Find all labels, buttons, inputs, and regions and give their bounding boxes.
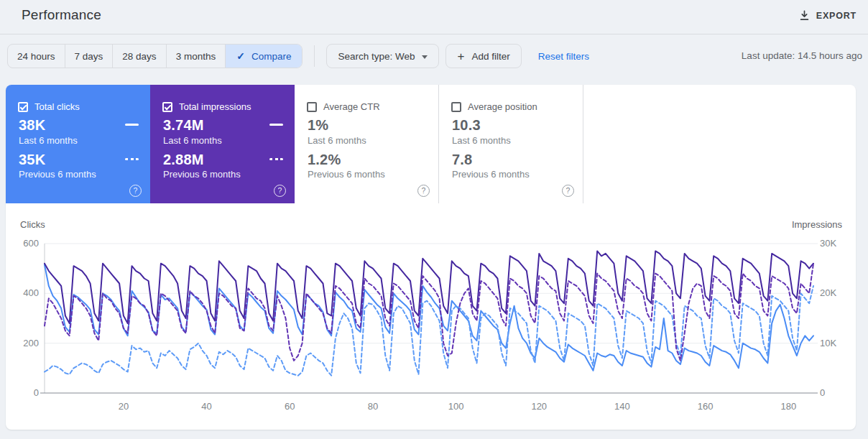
- clicks-current-value: 38K: [19, 117, 45, 134]
- checkbox-icon[interactable]: [307, 102, 317, 112]
- x-tick-label: 120: [531, 401, 547, 412]
- clicks-current-caption: Last 6 months: [19, 135, 78, 146]
- chart-plot-area[interactable]: [45, 244, 813, 393]
- total-clicks-checkbox-row[interactable]: Total clicks: [18, 101, 80, 112]
- checkbox-icon[interactable]: [18, 102, 28, 112]
- check-icon: ✓: [236, 50, 245, 62]
- reset-filters-link[interactable]: Reset filters: [538, 51, 589, 62]
- card-label: Average CTR: [323, 101, 380, 112]
- range-button-28-days[interactable]: 28 days: [112, 45, 165, 68]
- export-label: EXPORT: [816, 11, 857, 21]
- y-tick-label-right: 20K: [820, 287, 836, 298]
- impressions-current-value: 3.74M: [163, 117, 204, 134]
- performance-chart[interactable]: Clicks Impressions 60030K40020K20010K00 …: [6, 203, 856, 430]
- x-tick-label: 60: [285, 401, 295, 412]
- card-label: Total clicks: [34, 101, 80, 112]
- plus-icon: +: [457, 50, 464, 63]
- ctr-current-caption: Last 6 months: [308, 135, 366, 146]
- question-circle-icon[interactable]: ?: [417, 185, 430, 197]
- filter-divider: [314, 45, 315, 67]
- x-tick-label: 80: [368, 401, 378, 412]
- add-filter-label: Add filter: [471, 51, 509, 62]
- solid-line-legend-icon: [125, 124, 139, 126]
- range-button-24-hours[interactable]: 24 hours: [8, 45, 65, 68]
- y-tick-label-left: 600: [6, 238, 39, 249]
- total-impressions-checkbox-row[interactable]: Total impressions: [162, 101, 251, 112]
- series-impressions-last-6-months-thousands: [45, 251, 813, 323]
- y-tick-label-right: 10K: [820, 338, 836, 348]
- impressions-previous-caption: Previous 6 months: [163, 169, 241, 180]
- search-type-dropdown[interactable]: Search type: Web: [326, 44, 439, 68]
- chevron-down-icon: [422, 55, 428, 59]
- x-tick-label: 160: [698, 401, 714, 412]
- average-ctr-checkbox-row[interactable]: Average CTR: [307, 101, 380, 112]
- last-update-text: Last update: 14.5 hours ago: [742, 50, 862, 61]
- x-tick-label: 20: [119, 401, 129, 412]
- range-button-7-days[interactable]: 7 days: [65, 45, 113, 68]
- average-position-checkbox-row[interactable]: Average position: [451, 101, 537, 112]
- x-tick-label: 140: [614, 401, 630, 412]
- card-average-position[interactable]: Average position 10.3 Last 6 months 7.8 …: [439, 85, 583, 203]
- page-header: Performance EXPORT: [0, 0, 868, 34]
- search-type-value: Search type: Web: [338, 51, 415, 62]
- ctr-previous-value: 1.2%: [308, 152, 341, 168]
- x-tick-label: 180: [780, 401, 796, 412]
- dashed-line-legend-icon: [125, 158, 139, 160]
- y-tick-label-left: 400: [6, 287, 39, 298]
- position-current-value: 10.3: [452, 117, 481, 134]
- x-tick-label: 100: [448, 401, 464, 412]
- clicks-previous-value: 35K: [19, 152, 45, 168]
- performance-page: { "header": { "title": "Performance", "e…: [0, 0, 868, 439]
- checkbox-icon[interactable]: [162, 102, 172, 112]
- performance-panel: Total clicks 38K Last 6 months 35K Previ…: [6, 85, 856, 430]
- left-axis-title: Clicks: [20, 219, 45, 230]
- impressions-previous-value: 2.88M: [163, 152, 204, 168]
- export-button[interactable]: EXPORT: [795, 7, 861, 24]
- position-current-caption: Last 6 months: [452, 135, 511, 146]
- position-previous-value: 7.8: [452, 152, 472, 168]
- checkbox-icon[interactable]: [451, 102, 461, 112]
- compare-label: Compare: [251, 51, 292, 62]
- x-tick-label: 40: [201, 401, 211, 412]
- dashed-line-legend-icon: [269, 158, 283, 160]
- question-circle-icon[interactable]: ?: [274, 185, 286, 197]
- y-tick-label-right: 0: [820, 387, 825, 398]
- card-total-impressions[interactable]: Total impressions 3.74M Last 6 months 2.…: [150, 85, 295, 203]
- right-axis-title: Impressions: [792, 219, 842, 230]
- card-average-ctr[interactable]: Average CTR 1% Last 6 months 1.2% Previo…: [295, 85, 439, 203]
- compare-button-selected[interactable]: ✓ Compare: [225, 45, 302, 68]
- card-total-clicks[interactable]: Total clicks 38K Last 6 months 35K Previ…: [6, 85, 150, 203]
- y-tick-label-left: 200: [6, 338, 39, 348]
- date-range-group: 24 hours 7 days 28 days 3 months ✓ Compa…: [7, 44, 303, 68]
- ctr-previous-caption: Previous 6 months: [308, 169, 385, 180]
- page-title: Performance: [22, 7, 101, 23]
- card-label: Average position: [468, 101, 537, 112]
- add-filter-button[interactable]: + Add filter: [445, 44, 521, 68]
- clicks-previous-caption: Previous 6 months: [19, 169, 96, 180]
- filter-bar: 24 hours 7 days 28 days 3 months ✓ Compa…: [7, 44, 862, 68]
- impressions-current-caption: Last 6 months: [163, 135, 222, 146]
- y-tick-label-right: 30K: [820, 238, 836, 249]
- metric-cards-row: Total clicks 38K Last 6 months 35K Previ…: [6, 85, 856, 203]
- download-icon: [799, 10, 810, 21]
- y-tick-label-left: 0: [6, 387, 39, 398]
- ctr-current-value: 1%: [308, 117, 328, 134]
- solid-line-legend-icon: [269, 124, 283, 126]
- card-label: Total impressions: [179, 101, 251, 112]
- question-circle-icon[interactable]: ?: [562, 185, 574, 197]
- range-button-3-months[interactable]: 3 months: [166, 45, 226, 68]
- position-previous-caption: Previous 6 months: [452, 169, 530, 180]
- question-circle-icon[interactable]: ?: [129, 185, 142, 197]
